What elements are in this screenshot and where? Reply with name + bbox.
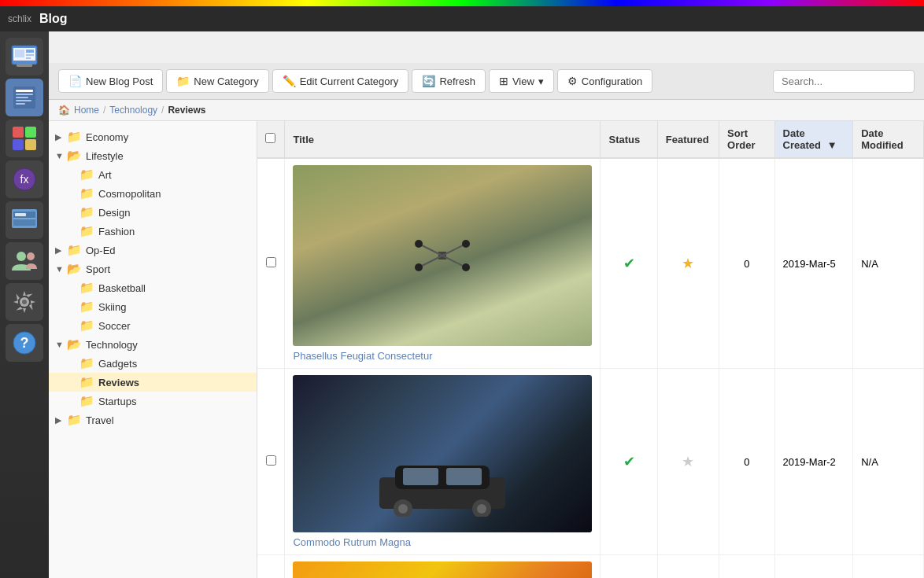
col-header-title[interactable]: Title [285, 121, 601, 158]
tree-label-economy: Economy [86, 131, 128, 143]
tree-label-skiing: Skiing [98, 301, 126, 313]
sidebar-icon-people[interactable] [6, 242, 43, 280]
folder-icon-economy: 📁 [67, 130, 82, 144]
row-status-cell [601, 555, 657, 579]
row-status-cell: ✔ [601, 369, 657, 555]
svg-point-46 [398, 504, 408, 514]
tree-label-oped: Op-Ed [86, 245, 116, 256]
tree-item-gadgets[interactable]: 📁 Gadgets [49, 354, 257, 373]
search-input[interactable] [773, 70, 915, 93]
tree-item-design[interactable]: 📁 Design [49, 203, 257, 222]
row-datecreated-cell: 2019-Mar-5 [774, 158, 853, 369]
select-all-checkbox[interactable] [265, 133, 275, 143]
folder-icon-design: 📁 [79, 205, 94, 219]
svg-rect-5 [26, 57, 31, 59]
edit-current-category-button[interactable]: ✏️ Edit Current Category [272, 69, 409, 93]
view-button[interactable]: ⊞ View ▾ [489, 69, 554, 93]
sidebar-icon-web-pages[interactable] [6, 38, 43, 75]
col-header-datemodified[interactable]: Date Modified [853, 121, 924, 158]
tree-item-lifestyle[interactable]: ▼ 📂 Lifestyle [49, 146, 257, 165]
sidebar-icon-blocks[interactable] [6, 120, 43, 157]
configuration-button[interactable]: ⚙ Configuration [557, 69, 652, 93]
svg-rect-3 [26, 50, 34, 53]
col-header-status[interactable]: Status [601, 121, 657, 158]
sidebar-icon-settings[interactable] [6, 283, 43, 321]
featured-star-icon[interactable]: ★ [682, 256, 694, 271]
tree-item-fashion[interactable]: 📁 Fashion [49, 222, 257, 241]
svg-rect-2 [15, 50, 24, 57]
breadcrumb-technology[interactable]: Technology [109, 105, 157, 116]
sidebar-icon-macro[interactable]: fx [6, 160, 43, 198]
left-sidebar: fx [0, 31, 49, 578]
svg-rect-15 [25, 127, 36, 138]
col-header-featured[interactable]: Featured [657, 121, 719, 158]
svg-point-36 [415, 240, 423, 248]
row-title-cell [285, 555, 601, 579]
folder-icon-technology: 📂 [67, 337, 82, 352]
sort-order-value: 0 [744, 456, 749, 468]
folder-icon-art: 📁 [79, 168, 94, 182]
expand-arrow-oped: ▶ [55, 245, 65, 256]
tree-item-reviews[interactable]: 📁 Reviews [49, 373, 257, 392]
tree-item-technology[interactable]: ▼ 📂 Technology [49, 335, 257, 354]
svg-point-38 [415, 263, 423, 271]
tree-item-soccer[interactable]: 📁 Soccer [49, 316, 257, 335]
svg-line-32 [419, 244, 442, 256]
svg-rect-14 [13, 127, 24, 138]
svg-point-37 [462, 240, 470, 248]
tree-label-travel: Travel [86, 414, 114, 426]
post-title-link-1[interactable]: Commodo Rutrum Magna [293, 536, 592, 548]
tree-item-sport[interactable]: ▼ 📂 Sport [49, 260, 257, 278]
folder-icon-gadgets: 📁 [79, 356, 94, 370]
new-blog-post-button[interactable]: 📄 New Blog Post [58, 69, 163, 93]
row-sortorder-cell: 0 [719, 369, 775, 555]
tree-item-startups[interactable]: 📁 Startups [49, 392, 257, 410]
row-featured-cell: ★ [657, 369, 719, 555]
breadcrumb-current: Reviews [168, 105, 205, 116]
refresh-button[interactable]: 🔄 Refresh [412, 69, 486, 93]
new-category-button[interactable]: 📁 New Category [166, 69, 268, 93]
tree-label-reviews: Reviews [98, 377, 139, 388]
tree-label-startups: Startups [98, 396, 136, 407]
col-header-datecreated[interactable]: Date Created ▼ [774, 121, 853, 158]
expand-arrow-technology: ▼ [55, 340, 65, 349]
folder-icon-startups: 📁 [79, 394, 94, 408]
svg-line-33 [442, 244, 466, 256]
sidebar-icon-menu[interactable] [6, 201, 43, 239]
tree-item-skiing[interactable]: 📁 Skiing [49, 297, 257, 316]
svg-point-39 [462, 263, 470, 271]
post-title-link-0[interactable]: Phasellus Feugiat Consectetur [293, 350, 592, 362]
tree-item-travel[interactable]: ▶ 📁 Travel [49, 410, 257, 429]
tree-label-fashion: Fashion [98, 226, 135, 237]
sidebar-icon-help[interactable]: ? [6, 324, 43, 362]
blog-table: Title Status Featured Sort Order Date Cr [257, 121, 924, 578]
tree-label-design: Design [98, 207, 130, 219]
svg-rect-22 [15, 213, 26, 216]
tree-label-soccer: Soccer [98, 320, 130, 332]
row-checkbox-1[interactable] [266, 455, 276, 466]
status-active-icon: ✔ [623, 256, 635, 271]
table-row: Phasellus Feugiat Consectetur ✔ ★ 0 2019… [257, 158, 924, 369]
tree-item-art[interactable]: 📁 Art [49, 165, 257, 184]
breadcrumb-sep-1: / [103, 105, 105, 116]
breadcrumb-home[interactable]: Home [74, 105, 99, 116]
folder-icon-skiing: 📁 [79, 300, 94, 314]
tree-label-technology: Technology [86, 339, 138, 351]
svg-rect-23 [13, 219, 35, 226]
folder-icon-travel: 📁 [67, 413, 82, 427]
tree-item-economy[interactable]: ▶ 📁 Economy [49, 127, 257, 146]
folder-icon-soccer: 📁 [79, 318, 94, 333]
col-header-sortorder[interactable]: Sort Order [719, 121, 775, 158]
unfeatured-star-icon[interactable]: ★ [682, 454, 694, 469]
svg-point-28 [22, 300, 27, 304]
expand-arrow-lifestyle: ▼ [55, 151, 65, 160]
tree-item-cosmopolitan[interactable]: 📁 Cosmopolitan [49, 184, 257, 203]
row-title-cell: Commodo Rutrum Magna [285, 369, 601, 555]
sidebar-icon-blog[interactable] [6, 79, 43, 116]
tree-item-oped[interactable]: ▶ 📁 Op-Ed [49, 241, 257, 260]
expand-arrow-economy: ▶ [55, 132, 65, 142]
breadcrumb-sep-2: / [161, 105, 164, 116]
row-datecreated-cell [774, 555, 853, 579]
tree-item-basketball[interactable]: 📁 Basketball [49, 278, 257, 297]
row-checkbox-0[interactable] [266, 257, 276, 267]
